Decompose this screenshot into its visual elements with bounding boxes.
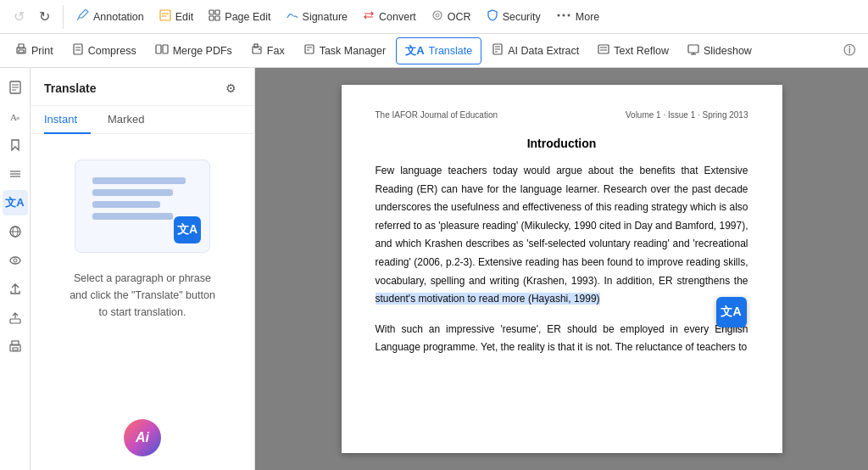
task-manager-button[interactable]: Task Manager [295, 38, 395, 63]
pdf-paragraph-2: With such an impressive 'resume', ER sho… [376, 321, 748, 357]
sidebar-export-button[interactable] [3, 305, 28, 331]
sidebar-bookmark-button[interactable] [3, 132, 28, 158]
ocr-button[interactable]: OCR [425, 6, 478, 27]
illus-line-1 [92, 177, 186, 184]
ai-button[interactable]: Ai [124, 419, 161, 456]
pdf-text-normal-1: Few language teachers today would argue … [376, 165, 748, 305]
pdf-header-left: The IAFOR Journal of Education [376, 110, 498, 120]
security-button[interactable]: Security [480, 6, 548, 27]
sidebar-translate-button[interactable]: 文A [3, 190, 28, 215]
translate-button[interactable]: 文A Translate [396, 37, 481, 64]
panel-title: Translate [44, 81, 96, 95]
slideshow-button[interactable]: Slideshow [679, 38, 760, 63]
merge-pdfs-label: Merge PDFs [173, 45, 232, 57]
illus-line-3 [92, 201, 160, 208]
pdf-section-title: Introduction [376, 137, 748, 150]
svg-rect-31 [598, 45, 609, 53]
translate-illustration: 文A [75, 159, 210, 253]
compress-button[interactable]: Compress [64, 38, 145, 63]
ai-data-extract-label: AI Data Extract [508, 45, 579, 57]
panel-gear-button[interactable]: ⚙ [220, 78, 241, 98]
edit-icon [159, 9, 171, 24]
pdf-area: The IAFOR Journal of Education Volume 1 … [255, 68, 868, 470]
svg-rect-7 [215, 16, 220, 20]
svg-rect-6 [209, 16, 214, 20]
svg-rect-24 [305, 45, 314, 53]
svg-rect-51 [10, 319, 20, 323]
panel-content: 文A Select a paragraph or phrase and clic… [31, 134, 254, 406]
convert-button[interactable]: Convert [356, 6, 423, 27]
merge-pdfs-icon [155, 43, 169, 58]
tab-marked[interactable]: Marked [108, 106, 158, 134]
svg-rect-15 [19, 50, 24, 53]
info-icon: ⓘ [843, 43, 855, 59]
page-edit-button[interactable]: Page Edit [202, 6, 277, 27]
pdf-header: The IAFOR Journal of Education Volume 1 … [376, 110, 748, 120]
sidebar-layers-button[interactable] [3, 161, 28, 187]
fax-button[interactable]: Fax [242, 38, 293, 63]
svg-rect-20 [163, 45, 168, 53]
svg-text:≡: ≡ [16, 115, 20, 122]
second-toolbar: Print Compress Merge PDFs Fax Task Manag… [0, 34, 868, 68]
svg-rect-1 [160, 10, 170, 20]
text-reflow-button[interactable]: Text Reflow [589, 38, 677, 63]
signature-icon [287, 9, 298, 24]
pdf-text: Few language teachers today would argue … [376, 162, 748, 357]
translate-float-button[interactable]: 文A [716, 297, 747, 327]
gear-icon: ⚙ [225, 81, 236, 95]
svg-point-9 [436, 14, 439, 17]
security-label: Security [503, 11, 541, 23]
signature-button[interactable]: Signature [280, 6, 355, 27]
main-area: A≡ 文A Translate ⚙ [0, 68, 868, 470]
forward-button[interactable]: ↻ [32, 5, 56, 29]
more-icon [556, 9, 571, 24]
print-icon [15, 43, 27, 58]
illus-line-4 [92, 213, 173, 220]
sidebar-translate-icon: 文A [5, 195, 24, 210]
edit-label: Edit [175, 11, 194, 23]
text-reflow-icon [598, 43, 609, 58]
illustration-lines [92, 177, 186, 225]
print-button[interactable]: Print [7, 38, 62, 63]
annotation-button[interactable]: Annotation [70, 6, 151, 27]
fax-icon [251, 43, 263, 58]
svg-point-50 [14, 259, 17, 262]
pdf-paragraph-1: Few language teachers today would argue … [376, 162, 748, 309]
text-reflow-label: Text Reflow [614, 45, 669, 57]
back-button[interactable]: ↺ [7, 5, 31, 29]
svg-point-49 [10, 257, 20, 264]
translate-panel: Translate ⚙ Instant Marked [31, 68, 255, 470]
sidebar-eye-button[interactable] [3, 248, 28, 273]
svg-point-12 [567, 14, 570, 17]
svg-rect-22 [254, 44, 258, 48]
panel-footer: Ai [31, 406, 254, 470]
annotation-icon [77, 9, 89, 24]
sidebar-print-button[interactable] [3, 334, 28, 360]
page-edit-icon [209, 9, 220, 24]
svg-rect-16 [74, 44, 82, 54]
sidebar-pages-button[interactable] [3, 75, 28, 100]
svg-point-11 [562, 14, 565, 17]
sidebar-globe-button[interactable] [3, 219, 28, 244]
more-button[interactable]: More [549, 6, 606, 27]
ai-label: Ai [136, 430, 149, 445]
sidebar-icons: A≡ 文A [0, 68, 31, 470]
sidebar-share-button[interactable] [3, 277, 28, 302]
ai-data-extract-button[interactable]: AI Data Extract [483, 38, 587, 63]
translate-float-icon: 文A [721, 305, 741, 320]
signature-label: Signature [303, 11, 348, 23]
slideshow-icon [687, 43, 699, 58]
compress-icon [72, 43, 84, 58]
translate-label: Translate [429, 45, 473, 57]
svg-rect-5 [215, 10, 220, 14]
sidebar-text-button[interactable]: A≡ [3, 104, 28, 129]
merge-pdfs-button[interactable]: Merge PDFs [147, 38, 241, 63]
tab-instant[interactable]: Instant [44, 106, 91, 134]
info-button[interactable]: ⓘ [837, 39, 861, 63]
svg-rect-54 [13, 348, 18, 350]
edit-button[interactable]: Edit [153, 6, 201, 27]
toolbar-items: Annotation Edit Page Edit Signature Conv… [70, 6, 861, 27]
annotation-label: Annotation [93, 11, 144, 23]
more-label: More [576, 11, 599, 23]
page-edit-label: Page Edit [225, 11, 270, 23]
